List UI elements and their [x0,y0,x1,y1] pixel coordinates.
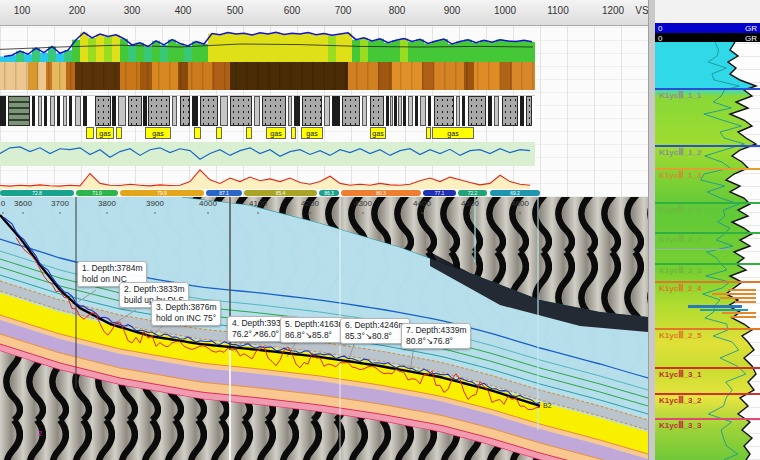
annotation-line1: 5. Depth:4163m [285,319,345,330]
ruler-tick-1000: 1000 [494,5,516,16]
formation-line [655,393,760,395]
annotation-line2: 86.8°↘85.8° [285,330,345,341]
quality-segment: 77.1 [423,190,456,196]
annotation-line1: 6. Depth:4246m [345,320,405,331]
litho-block [398,96,402,126]
quality-segment: 85.4 [244,190,317,196]
gas-show-label: gas [301,127,323,139]
litho-block [38,96,42,126]
formation-line [655,367,760,369]
quality-segment: 86.3 [319,190,339,196]
formation-label: K1ycⅢ_1_1 [659,91,701,100]
quality-segment-bar: 72.871.079.987.185.486.380.377.172.269.2 [0,190,540,197]
formation-label: K1ycⅢ_3_1 [659,370,701,379]
svg-text:4100: 4100 [249,199,267,208]
litho-block [180,96,190,126]
well-correlation-app: 100200300400500600700800900100011001200V… [0,0,760,460]
quality-segment: 69.2 [490,190,540,196]
litho-block [288,96,292,126]
quality-segment: 72.2 [458,190,487,196]
annotation-line1: 2. Depth:3833m [124,284,184,295]
interval-stick [688,305,742,308]
formation-label: K1ycⅢ_2_4 [659,284,701,293]
gas-show-label: gas [432,127,474,139]
gr-header-1: 0 GR [655,23,760,33]
interval-stick [735,301,756,303]
formation-label: K1ycⅢ_3_2 [659,396,701,405]
gr-header-1-label: GR [745,24,757,33]
svg-text:4200: 4200 [301,199,319,208]
litho-block [494,96,499,126]
litho-block [488,96,492,126]
annotation-line2: hold on INC 75° [156,313,216,324]
litho-block [118,96,126,126]
litho-block [83,96,87,126]
annotation-line2: 85.3°↘80.8° [345,331,405,342]
litho-block [0,96,6,126]
ruler-tick-200: 200 [69,5,86,16]
magenta-marker: 2 [38,430,42,437]
annotation-callout-3[interactable]: 3. Depth:3876mhold on INC 75° [151,300,221,326]
formation-label: K1ycⅢ_2_5 [659,331,701,340]
litho-block [143,96,147,126]
gr-colormap-track [0,28,535,62]
litho-block [468,96,486,126]
litho-block [386,96,389,126]
litho-block [50,96,55,126]
svg-text:4000: 4000 [199,199,217,208]
svg-text:3900: 3900 [146,199,164,208]
heatmap-track [0,62,535,90]
quality-segment: 79.9 [120,190,204,196]
formation-label: K1ycⅢ_2_3 [659,266,701,275]
svg-text:3800: 3800 [98,199,116,208]
formation-line [655,328,760,330]
formation-line [655,263,760,265]
litho-block [32,96,35,126]
gas-show-label [194,127,201,139]
formation-line [655,418,760,420]
litho-block [456,96,460,126]
litho-block [172,96,177,126]
gas-show-label: gas [266,127,286,139]
litho-block [148,96,170,126]
ruler-tick-400: 400 [175,5,192,16]
gas-show-label: gas [145,127,171,139]
vs-ruler[interactable]: 100200300400500600700800900100011001200V… [0,0,648,26]
litho-block [95,96,111,126]
gas-show-label: gas [96,127,114,139]
interval-stick [730,316,756,318]
litho-block [230,96,252,126]
formation-line [655,281,760,283]
interval-stick [728,289,756,291]
interval-stick [720,297,756,299]
mud-log-track [0,142,535,166]
log-track-panel: gasgasgasgasgasgas 72.871.079.987.185.48… [0,26,648,197]
svg-text:4400: 4400 [413,199,431,208]
litho-block [324,96,330,126]
ruler-tick-VS: VS [635,5,648,16]
annotation-callout-6[interactable]: 6. Depth:4246m85.3°↘80.8° [340,318,410,344]
gas-show-label [86,127,94,139]
interval-stick [700,309,748,311]
annotation-callout-7[interactable]: 7. Depth:4339m80.8°↘76.8° [401,323,471,349]
gas-show-label [426,127,431,139]
annotation-line1: 7. Depth:4339m [406,325,466,336]
litho-block [294,96,300,126]
ruler-tick-300: 300 [124,5,141,16]
gas-show-label [216,127,222,139]
formation-line [655,202,760,204]
ruler-tick-1100: 1100 [547,5,569,16]
litho-block [362,96,367,126]
litho-block [520,96,524,126]
svg-text:3600: 3600 [14,199,32,208]
gas-show-label [246,127,252,139]
svg-text:4600: 4600 [511,199,529,208]
formation-label: K1ycⅢ_3_3 [659,421,701,430]
litho-block [415,96,418,126]
litho-block [390,96,393,126]
annotation-line1: 3. Depth:3876m [156,302,216,313]
svg-text:4500: 4500 [461,199,479,208]
litho-block [394,96,397,126]
quality-segment: 87.1 [206,190,242,196]
quality-segment: 80.3 [341,190,421,196]
